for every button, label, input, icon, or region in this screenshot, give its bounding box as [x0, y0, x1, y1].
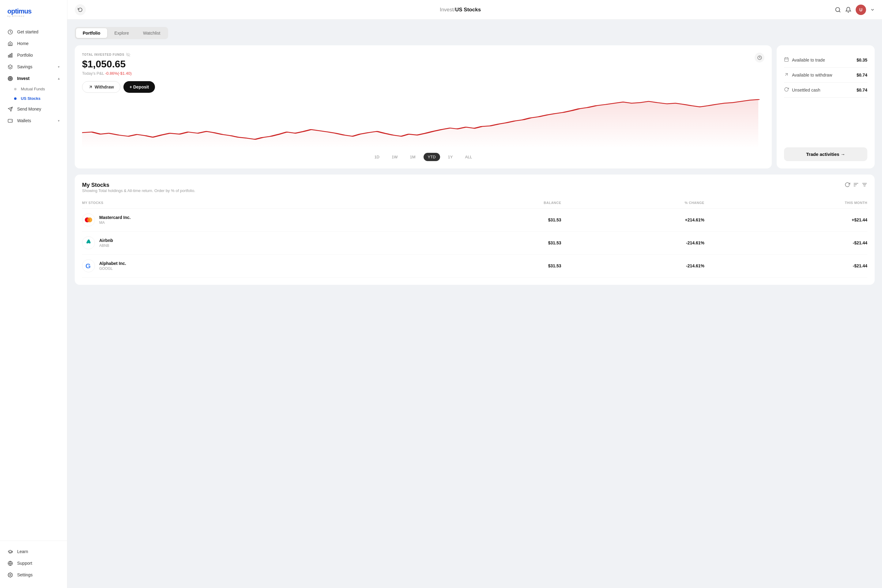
table-row[interactable]: Airbnb ABNB $31.53 -214.61% -$21.44	[82, 231, 867, 255]
stock-ticker: MA	[99, 220, 131, 225]
sidebar-item-portfolio[interactable]: Portfolio	[0, 49, 67, 61]
withdraw-button[interactable]: Withdraw	[82, 81, 120, 93]
stock-name: Alphabet Inc.	[99, 261, 126, 266]
breadcrumb-page: US Stocks	[455, 7, 481, 12]
avatar[interactable]: U	[856, 4, 866, 15]
available-withdraw-row: Available to withdraw $0.74	[784, 68, 867, 82]
back-button[interactable]	[75, 4, 86, 15]
arrow-up-right-icon	[88, 85, 93, 89]
tab-watchlist[interactable]: Watchlist	[136, 28, 167, 38]
calendar-icon	[784, 57, 789, 63]
logo: optimus by Affirmed	[0, 8, 67, 26]
tab-portfolio[interactable]: Portfolio	[76, 28, 107, 38]
stock-ticker: ABNB	[99, 243, 113, 248]
svg-line-16	[90, 86, 92, 88]
content-area: Portfolio Explore Watchlist TOTAL INVEST…	[68, 20, 882, 588]
sidebar-item-label: Learn	[17, 549, 28, 554]
sidebar-item-label: Home	[17, 41, 28, 46]
stock-logo: G	[82, 260, 95, 272]
stock-logo	[82, 236, 95, 249]
my-stocks-subtitle: Showing Total holdings & All-time return…	[82, 188, 195, 193]
svg-rect-1	[8, 55, 9, 57]
chevron-up-icon: ▴	[58, 76, 60, 81]
stock-balance: $31.53	[434, 231, 561, 255]
trade-activities-button[interactable]: Trade activities →	[784, 147, 867, 161]
sort-button[interactable]	[853, 182, 859, 188]
clock-icon	[8, 29, 13, 34]
unsettled-cash-label: Unsettled cash	[792, 88, 820, 93]
time-btn-all[interactable]: ALL	[460, 153, 476, 161]
stock-this-month: -$21.44	[704, 255, 867, 278]
sidebar-item-invest[interactable]: Invest ▴	[0, 73, 67, 84]
sidebar-item-label: Get started	[17, 29, 38, 34]
refresh-icon	[844, 182, 850, 188]
my-stocks-header: My Stocks Showing Total holdings & All-t…	[82, 182, 867, 199]
sidebar-subitem-label: US Stocks	[21, 96, 40, 101]
svg-marker-4	[8, 64, 12, 68]
history-button[interactable]	[754, 52, 764, 63]
sidebar-item-us-stocks[interactable]: US Stocks	[0, 94, 67, 103]
sidebar-item-learn[interactable]: Learn	[0, 546, 67, 557]
stock-name: Mastercard Inc.	[99, 215, 131, 220]
tab-bar: Portfolio Explore Watchlist	[75, 27, 168, 39]
bell-icon	[845, 7, 851, 13]
time-btn-1m[interactable]: 1M	[406, 153, 420, 161]
sidebar-item-mutual-funds[interactable]: Mutual Funds	[0, 84, 67, 94]
send-icon	[8, 106, 13, 112]
sidebar-item-support[interactable]: Support	[0, 557, 67, 569]
sidebar-item-get-started[interactable]: Get started	[0, 26, 67, 38]
col-this-month: THIS MONTH	[704, 201, 867, 208]
svg-text:G: G	[86, 262, 91, 270]
svg-rect-3	[11, 53, 12, 57]
available-trade-label: Available to trade	[792, 58, 825, 63]
time-btn-1y[interactable]: 1Y	[444, 153, 457, 161]
available-withdraw-value: $0.74	[856, 73, 867, 78]
stock-info: Mastercard Inc. MA	[99, 215, 131, 225]
action-buttons: Withdraw + Deposit	[82, 81, 764, 93]
stock-this-month: +$21.44	[704, 208, 867, 231]
filter-button[interactable]	[862, 182, 867, 188]
portfolio-label: TOTAL INVESTED FUNDS	[82, 52, 764, 57]
stocks-table: MY STOCKS BALANCE % CHANGE THIS MONTH Ma…	[82, 201, 867, 278]
deposit-button[interactable]: + Deposit	[123, 81, 155, 93]
portfolio-value: $1,050.65	[82, 58, 764, 70]
available-withdraw-label: Available to withdraw	[792, 73, 832, 78]
target-icon	[8, 76, 13, 81]
col-pct-change: % CHANGE	[561, 201, 704, 208]
sidebar-item-label: Support	[17, 561, 32, 566]
sort-icon	[853, 182, 859, 188]
stock-name-cell: G Alphabet Inc. GOOGL	[82, 255, 434, 278]
home-icon	[8, 41, 13, 46]
sidebar-item-send-money[interactable]: Send Money	[0, 103, 67, 115]
notifications-button[interactable]	[845, 7, 851, 13]
time-filter-bar: 1D 1W 1M YTD 1Y ALL	[82, 153, 764, 161]
stock-pct-change: +214.61%	[561, 208, 704, 231]
sidebar-item-wallets[interactable]: Wallets ▾	[0, 115, 67, 126]
side-info-panel: Available to trade $0.35 Available to wi…	[777, 45, 874, 168]
my-stocks-title: My Stocks	[82, 182, 195, 188]
avatar-initial: U	[860, 8, 862, 12]
breadcrumb-invest: Invest/	[440, 7, 455, 12]
sidebar-bottom: Learn Support Settings	[0, 540, 67, 580]
invest-subnav: Mutual Funds US Stocks	[0, 84, 67, 103]
table-row[interactable]: Mastercard Inc. MA $31.53 +214.61% +$21.…	[82, 208, 867, 231]
sidebar-item-label: Savings	[17, 64, 33, 69]
table-row[interactable]: G Alphabet Inc. GOOGL $31.53 -214.61% -$…	[82, 255, 867, 278]
search-button[interactable]	[835, 7, 841, 13]
search-icon	[835, 7, 841, 13]
sidebar-item-settings[interactable]: Settings	[0, 569, 67, 580]
portfolio-card: TOTAL INVESTED FUNDS $1,050.65 Today's P…	[75, 45, 772, 168]
sidebar-item-home[interactable]: Home	[0, 38, 67, 49]
time-btn-1w[interactable]: 1W	[387, 153, 402, 161]
globe-icon	[8, 560, 13, 566]
time-btn-1d[interactable]: 1D	[370, 153, 384, 161]
sidebar-item-savings[interactable]: Savings ▾	[0, 61, 67, 73]
refresh-stocks-button[interactable]	[844, 182, 850, 188]
time-btn-ytd[interactable]: YTD	[423, 153, 440, 161]
stock-pct-change: -214.61%	[561, 231, 704, 255]
logo-text: optimus	[8, 8, 60, 15]
sidebar-item-label: Send Money	[17, 106, 41, 111]
tab-explore[interactable]: Explore	[108, 28, 136, 38]
chart-bar-icon	[8, 52, 13, 58]
active-dot-icon	[14, 98, 16, 100]
